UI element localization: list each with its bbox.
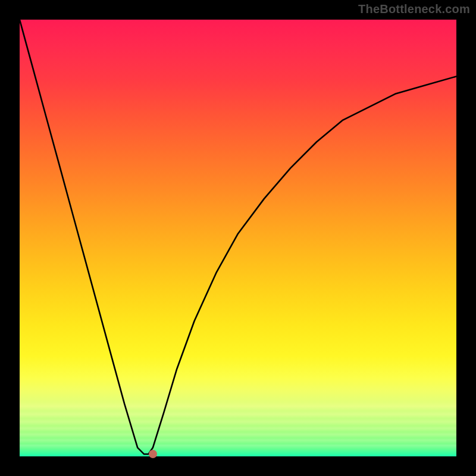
plot-area: [20, 20, 456, 456]
watermark-text: TheBottleneck.com: [358, 2, 470, 16]
bottleneck-curve: [20, 20, 456, 456]
optimum-marker: [149, 450, 157, 458]
chart-stage: TheBottleneck.com: [0, 0, 476, 476]
curve-path: [20, 20, 456, 454]
